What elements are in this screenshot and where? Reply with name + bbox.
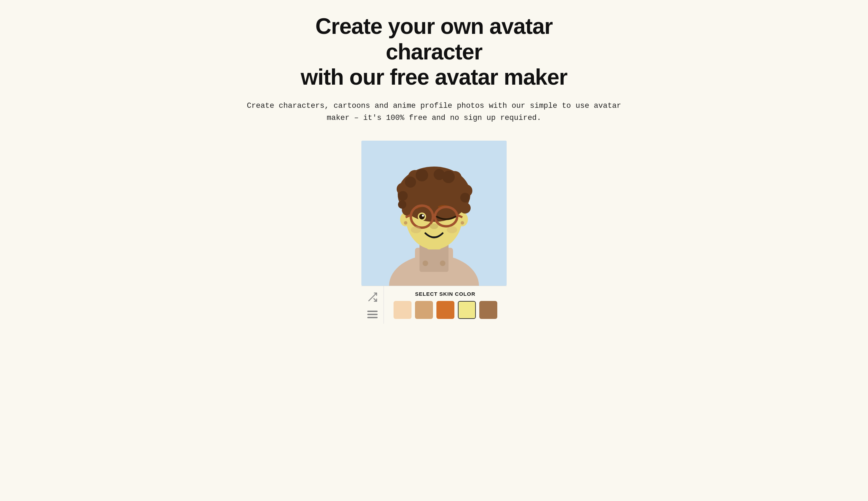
avatar-canvas: [361, 141, 507, 286]
svg-point-32: [398, 200, 406, 209]
shuffle-button[interactable]: [367, 292, 378, 304]
svg-point-42: [430, 224, 438, 229]
svg-point-43: [411, 226, 421, 233]
svg-point-27: [416, 169, 428, 181]
skin-color-swatches: [389, 301, 501, 319]
skin-swatch-yellow[interactable]: [458, 301, 476, 319]
skin-swatch-brown[interactable]: [479, 301, 497, 319]
svg-point-4: [423, 261, 428, 266]
svg-point-31: [398, 191, 408, 201]
skin-color-panel: SELECT SKIN COLOR: [384, 286, 507, 324]
page-subtitle: Create characters, cartoons and anime pr…: [244, 100, 624, 124]
svg-point-41: [422, 215, 424, 217]
skin-panel-title: SELECT SKIN COLOR: [389, 291, 501, 297]
avatar-section: SELECT SKIN COLOR: [7, 141, 861, 324]
avatar-svg: [361, 141, 507, 286]
svg-point-11: [461, 221, 464, 225]
svg-point-44: [447, 226, 457, 233]
skin-swatch-tan[interactable]: [415, 301, 433, 319]
svg-point-30: [405, 177, 416, 188]
svg-point-40: [419, 214, 425, 219]
page-title: Create your own avatar character with ou…: [278, 14, 590, 90]
svg-point-5: [440, 261, 445, 266]
skin-swatch-light[interactable]: [394, 301, 412, 319]
controls-row: SELECT SKIN COLOR: [361, 286, 507, 324]
icon-controls: [361, 286, 384, 324]
menu-button[interactable]: [367, 311, 378, 318]
svg-point-22: [460, 202, 471, 214]
svg-point-29: [442, 171, 455, 183]
svg-point-10: [404, 221, 407, 225]
svg-point-33: [460, 193, 470, 202]
skin-swatch-orange[interactable]: [436, 301, 454, 319]
